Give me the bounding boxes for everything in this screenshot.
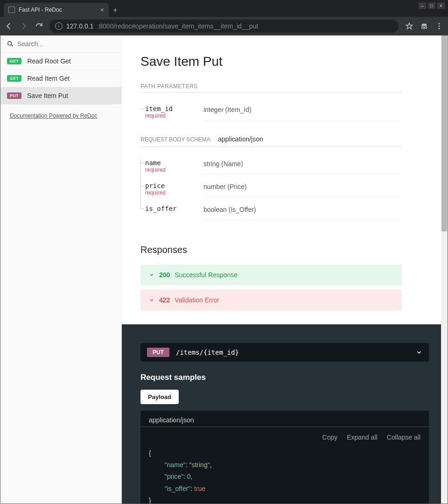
window-maximize-button[interactable]: □	[427, 2, 436, 9]
response-code: 200	[159, 271, 170, 279]
param-name: price	[145, 182, 203, 189]
param-name: item_id	[145, 105, 203, 112]
method-badge: PUT	[7, 92, 21, 99]
param-type: number (Price)	[203, 182, 402, 197]
param-row: item_id required integer (Item_Id)	[140, 101, 402, 124]
expand-all-button[interactable]: Expand all	[347, 434, 377, 441]
sidebar-item-read-item[interactable]: GET Read Item Get	[0, 70, 121, 87]
param-row: price required number (Price)	[140, 178, 402, 201]
redoc-credit-link[interactable]: Documentation Powered by ReDoc	[0, 105, 121, 119]
svg-point-5	[8, 42, 12, 45]
scrollbar-thumb[interactable]	[441, 35, 447, 231]
chevron-down-icon	[149, 297, 154, 303]
back-button[interactable]	[5, 22, 13, 30]
page-title: Save Item Put	[140, 54, 402, 69]
page-favicon-icon	[8, 7, 15, 13]
forward-button	[20, 22, 28, 30]
required-label: required	[145, 112, 203, 119]
search-icon	[7, 41, 14, 47]
required-label: required	[145, 189, 203, 196]
browser-menu-button[interactable]	[435, 22, 443, 30]
response-200[interactable]: 200 Successful Response	[140, 265, 402, 285]
param-row: is_offer boolean (Is_Offer)	[140, 201, 402, 224]
svg-point-4	[439, 28, 440, 29]
response-text: Successful Response	[175, 271, 238, 279]
sidebar: GET Read Root Get GET Read Item Get PUT …	[0, 35, 122, 504]
svg-point-0	[422, 27, 424, 29]
param-name: is_offer	[145, 205, 203, 212]
copy-button[interactable]: Copy	[322, 434, 338, 441]
window-minimize-button[interactable]: –	[418, 2, 427, 9]
tab-close-icon[interactable]: ×	[100, 6, 104, 14]
path-params-heading: PATH PARAMETERS	[140, 83, 402, 93]
tab-title: Fast API - ReDoc	[19, 7, 97, 13]
param-type: integer (Item_Id)	[203, 105, 402, 120]
required-label: required	[145, 167, 203, 173]
body-mime: application/json	[218, 135, 263, 143]
url-host: 127.0.0.1	[66, 22, 93, 30]
tab-strip: Fast API - ReDoc × +	[0, 0, 448, 17]
sidebar-item-save-item[interactable]: PUT Save Item Put	[0, 87, 121, 105]
sidebar-item-label: Read Item Get	[27, 75, 70, 82]
method-badge: PUT	[147, 348, 169, 357]
request-samples-heading: Request samples	[140, 373, 429, 382]
chevron-down-icon	[149, 272, 154, 278]
response-text: Validation Error	[175, 296, 219, 304]
json-sample: { "name": "string", "price": 0, "is_offe…	[140, 448, 429, 504]
endpoint-bar[interactable]: PUT /items/{item_id}	[140, 343, 429, 362]
sidebar-item-label: Read Root Get	[27, 57, 70, 65]
new-tab-button[interactable]: +	[109, 4, 122, 17]
bookmark-star-icon[interactable]	[405, 22, 413, 30]
responses-heading: Responses	[140, 245, 402, 255]
sidebar-item-label: Save Item Put	[27, 92, 68, 99]
chevron-down-icon	[416, 349, 422, 356]
param-row: name required string (Name)	[140, 155, 402, 178]
address-bar[interactable]: i 127.0.0.1:8000/redoc#operation/save_it…	[49, 20, 399, 33]
response-code: 422	[159, 296, 170, 304]
endpoint-path: /items/{item_id}	[176, 349, 409, 356]
response-422[interactable]: 422 Validation Error	[140, 290, 402, 310]
site-info-icon[interactable]: i	[55, 22, 63, 30]
window-close-button[interactable]: ×	[437, 2, 445, 9]
method-badge: GET	[7, 75, 21, 82]
browser-tab[interactable]: Fast API - ReDoc ×	[4, 3, 109, 17]
scrollbar-track	[441, 35, 448, 504]
collapse-all-button[interactable]: Collapse all	[387, 434, 420, 441]
param-name: name	[145, 159, 203, 167]
param-type: boolean (Is_Offer)	[203, 205, 402, 220]
sidebar-item-read-root[interactable]: GET Read Root Get	[0, 53, 121, 70]
incognito-icon[interactable]	[420, 22, 428, 30]
body-schema-heading: REQUEST BODY SCHEMA: application/json	[140, 135, 402, 147]
samples-panel: PUT /items/{item_id} Request samples Pay…	[122, 324, 448, 504]
search-row	[0, 35, 121, 53]
browser-toolbar: i 127.0.0.1:8000/redoc#operation/save_it…	[0, 17, 448, 35]
payload-tab[interactable]: Payload	[140, 390, 179, 404]
param-type: string (Name)	[203, 159, 402, 175]
search-input[interactable]	[17, 40, 115, 48]
svg-point-3	[439, 26, 440, 27]
svg-point-2	[439, 23, 440, 24]
reload-button[interactable]	[35, 22, 43, 30]
url-path: :8000/redoc#operation/save_item_items__i…	[97, 22, 258, 30]
code-block: application/json Copy Expand all Collaps…	[140, 411, 429, 504]
method-badge: GET	[7, 58, 21, 64]
main-content: Save Item Put PATH PARAMETERS item_id re…	[122, 35, 448, 504]
svg-point-1	[425, 27, 427, 29]
code-mime: application/json	[140, 411, 429, 427]
